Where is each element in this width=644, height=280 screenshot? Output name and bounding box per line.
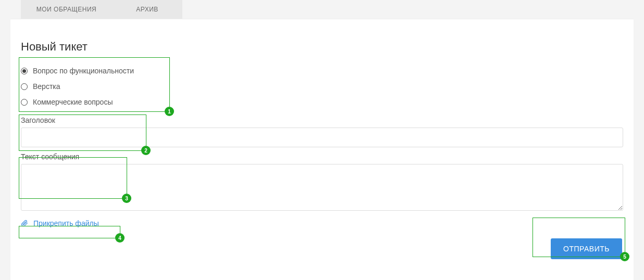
ticket-type-option-1[interactable]: Верстка [21,79,623,94]
title-input[interactable] [21,128,623,147]
ticket-type-label: Коммерческие вопросы [33,98,113,106]
radio-icon [21,83,28,90]
ticket-type-option-0[interactable]: Вопрос по функциональности [21,63,623,79]
tab-archive[interactable]: АРХИВ [112,0,182,19]
attach-files-button[interactable]: Прикрепить файлы [21,219,623,227]
title-label: Заголовок [21,116,623,124]
tabs: МОИ ОБРАЩЕНИЯ АРХИВ [21,0,644,19]
message-label: Текст сообщения [21,152,623,161]
page-title: Новый тикет [21,40,623,54]
tab-my-requests[interactable]: МОИ ОБРАЩЕНИЯ [21,0,112,19]
radio-icon [21,99,28,106]
message-textarea[interactable] [21,164,623,211]
radio-icon [21,68,28,74]
ticket-type-group: Вопрос по функциональности Верстка Комме… [21,63,623,110]
ticket-form-panel: Новый тикет Вопрос по функциональности В… [10,19,634,280]
ticket-type-option-2[interactable]: Коммерческие вопросы [21,94,623,110]
submit-row: ОТПРАВИТЬ [551,238,622,259]
submit-button[interactable]: ОТПРАВИТЬ [551,238,622,259]
ticket-type-label: Вопрос по функциональности [33,67,134,75]
paperclip-icon [21,219,28,227]
attach-files-label: Прикрепить файлы [33,219,99,227]
ticket-type-label: Верстка [33,82,60,91]
